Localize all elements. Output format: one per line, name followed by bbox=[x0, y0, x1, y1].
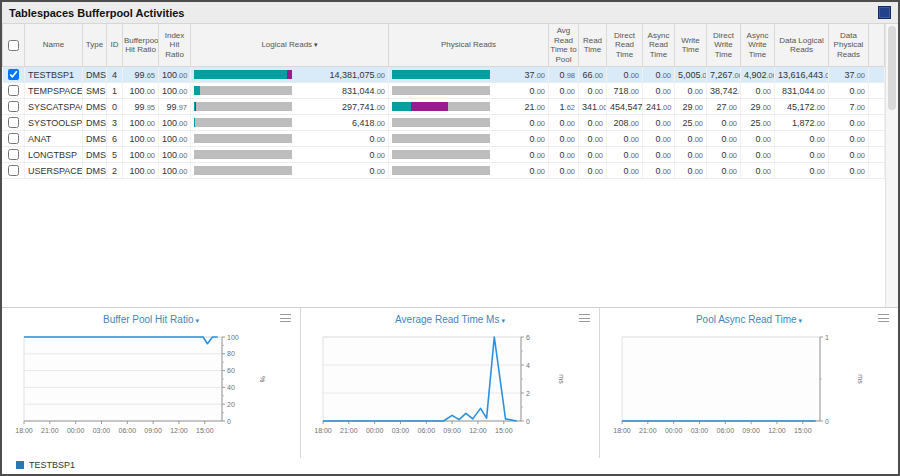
logical-reads-bar bbox=[194, 86, 292, 95]
column-header-async-read-time[interactable]: Async Read Time bbox=[643, 24, 675, 67]
chart-title-dropdown[interactable]: Pool Async Read Time▾ bbox=[696, 314, 802, 325]
physical-reads-cell: 0.00 bbox=[389, 115, 549, 131]
y-axis-unit-label: % bbox=[259, 376, 266, 382]
direct-read-time-cell: 0.00 bbox=[607, 131, 643, 147]
column-header-async-write-time[interactable]: Async Write Time bbox=[741, 24, 775, 67]
logical-reads-cell: 14,381,075.00 bbox=[191, 67, 389, 83]
physical-reads-cell: 0.00 bbox=[389, 131, 549, 147]
svg-text:40: 40 bbox=[227, 384, 235, 391]
column-header-read-time[interactable]: Read Time bbox=[579, 24, 607, 67]
bar-segment bbox=[194, 86, 200, 95]
svg-text:03:00: 03:00 bbox=[691, 427, 709, 434]
direct-write-time-cell: 0.00 bbox=[707, 131, 741, 147]
data-logical-reads-cell: 45,172.00 bbox=[775, 99, 829, 115]
row-filler bbox=[869, 83, 885, 99]
physical-reads-cell: 0.00 bbox=[389, 147, 549, 163]
data-physical-reads-cell: 0.00 bbox=[829, 147, 869, 163]
column-header-logical-reads[interactable]: Logical Reads▾ bbox=[191, 24, 389, 67]
table-row[interactable]: SYSTOOLSPACEDMS3100.00100.006,418.000.00… bbox=[3, 115, 885, 131]
table-row[interactable]: LONGTBSPDMS5100.00100.000.000.000.000.00… bbox=[3, 147, 885, 163]
column-header-index-hit-ratio[interactable]: Index Hit Ratio bbox=[159, 24, 191, 67]
direct-write-time-cell: 27.00 bbox=[707, 99, 741, 115]
svg-text:00:00: 00:00 bbox=[665, 427, 683, 434]
chart-menu-icon[interactable] bbox=[280, 313, 291, 323]
avg-read-time-to-pool-cell: 0.00 bbox=[549, 147, 579, 163]
data-physical-reads-cell: 0.00 bbox=[829, 115, 869, 131]
logical-reads-value: 831,044.00 bbox=[297, 86, 385, 96]
table-row[interactable]: ANATDMS6100.00100.000.000.000.000.000.00… bbox=[3, 131, 885, 147]
physical-reads-value: 0.00 bbox=[495, 118, 545, 128]
column-header-data-logical-reads[interactable]: Data Logical Reads bbox=[775, 24, 829, 67]
data-logical-reads-cell: 0.00 bbox=[775, 131, 829, 147]
physical-reads-value: 0.00 bbox=[495, 166, 545, 176]
write-time-cell: 25.00 bbox=[675, 115, 707, 131]
svg-text:6: 6 bbox=[526, 334, 530, 341]
svg-text:80: 80 bbox=[227, 350, 235, 357]
async-read-time-cell: 0.00 bbox=[643, 67, 675, 83]
read-time-cell: 341.00 bbox=[579, 99, 607, 115]
data-physical-reads-cell: 37.00 bbox=[829, 67, 869, 83]
column-header-avg-read-time-to-pool[interactable]: Avg Read Time to Pool bbox=[549, 24, 579, 67]
logical-reads-cell: 0.00 bbox=[191, 163, 389, 179]
table-row[interactable]: TESTBSP1DMS499.65100.0014,381,075.0037.0… bbox=[3, 67, 885, 83]
legend-label: TESTBSP1 bbox=[29, 460, 75, 470]
svg-text:15:00: 15:00 bbox=[196, 427, 214, 434]
async-write-time-cell: 25.00 bbox=[741, 115, 775, 131]
svg-text:00:00: 00:00 bbox=[67, 427, 85, 434]
row-select-checkbox[interactable] bbox=[8, 133, 19, 144]
row-select-checkbox[interactable] bbox=[8, 101, 19, 112]
svg-text:18:00: 18:00 bbox=[15, 427, 33, 434]
row-select-checkbox[interactable] bbox=[8, 85, 19, 96]
svg-text:09:00: 09:00 bbox=[742, 427, 760, 434]
column-header-write-time[interactable]: Write Time bbox=[675, 24, 707, 67]
chart-legend: TESTBSP1 bbox=[2, 458, 898, 474]
index-hit-ratio-cell: 99.97 bbox=[159, 99, 191, 115]
column-header-type[interactable]: Type bbox=[83, 24, 107, 67]
id-cell: 4 bbox=[107, 67, 123, 83]
select-all-checkbox[interactable] bbox=[8, 40, 19, 51]
physical-reads-cell: 0.00 bbox=[389, 83, 549, 99]
data-logical-reads-cell: 0.00 bbox=[775, 147, 829, 163]
table-row[interactable]: USERSPACE1DMS2100.00100.000.000.000.000.… bbox=[3, 163, 885, 179]
chart-menu-icon[interactable] bbox=[878, 313, 889, 323]
svg-text:06:00: 06:00 bbox=[418, 427, 436, 434]
write-time-cell: 5,005.00 bbox=[675, 67, 707, 83]
direct-read-time-cell: 454,547.00 bbox=[607, 99, 643, 115]
async-write-time-cell: 0.00 bbox=[741, 83, 775, 99]
read-time-cell: 0.00 bbox=[579, 83, 607, 99]
async-read-time-cell: 0.00 bbox=[643, 147, 675, 163]
svg-text:2: 2 bbox=[526, 390, 530, 397]
chart-title-dropdown[interactable]: Buffer Pool Hit Ratio▾ bbox=[103, 314, 199, 325]
column-header-direct-write-time[interactable]: Direct Write Time bbox=[707, 24, 741, 67]
scrollbar-thumb[interactable] bbox=[888, 26, 896, 110]
row-select-checkbox[interactable] bbox=[8, 149, 19, 160]
logical-reads-value: 6,418.00 bbox=[297, 118, 385, 128]
chart-header: Buffer Pool Hit Ratio▾ bbox=[2, 311, 300, 327]
column-header-name[interactable]: Name bbox=[25, 24, 83, 67]
row-select-checkbox[interactable] bbox=[8, 117, 19, 128]
direct-read-time-cell: 0.00 bbox=[607, 163, 643, 179]
bar-segment bbox=[194, 70, 287, 79]
column-header-data-physical-reads[interactable]: Data Physical Reads bbox=[829, 24, 869, 67]
table-row[interactable]: TEMPSPACE1SMS1100.00100.00831,044.000.00… bbox=[3, 83, 885, 99]
async-write-time-cell: 29.00 bbox=[741, 99, 775, 115]
column-header-id[interactable]: ID bbox=[107, 24, 123, 67]
column-header-physical-reads[interactable]: Physical Reads bbox=[389, 24, 549, 67]
name-cell: SYSCATSPACE bbox=[25, 99, 83, 115]
column-header-direct-read-time[interactable]: Direct Read Time bbox=[607, 24, 643, 67]
sort-caret-icon: ▾ bbox=[314, 41, 318, 48]
row-select-checkbox[interactable] bbox=[8, 69, 19, 80]
physical-reads-bar bbox=[392, 118, 490, 127]
async-read-time-cell: 0.00 bbox=[643, 131, 675, 147]
table-vertical-scrollbar[interactable] bbox=[885, 24, 898, 307]
chart-title-dropdown[interactable]: Average Read Time Ms▾ bbox=[395, 314, 505, 325]
data-logical-reads-cell: 0.00 bbox=[775, 163, 829, 179]
row-select-checkbox[interactable] bbox=[8, 165, 19, 176]
chart-menu-icon[interactable] bbox=[579, 313, 590, 323]
panel-menu-icon[interactable] bbox=[878, 6, 891, 19]
table-row[interactable]: SYSCATSPACEDMS099.9599.97297,741.0021.00… bbox=[3, 99, 885, 115]
svg-text:1: 1 bbox=[825, 334, 829, 341]
column-header-bufferpool-hit-ratio[interactable]: Bufferpool Hit Ratio bbox=[123, 24, 159, 67]
svg-text:0: 0 bbox=[526, 418, 530, 425]
logical-reads-cell: 6,418.00 bbox=[191, 115, 389, 131]
